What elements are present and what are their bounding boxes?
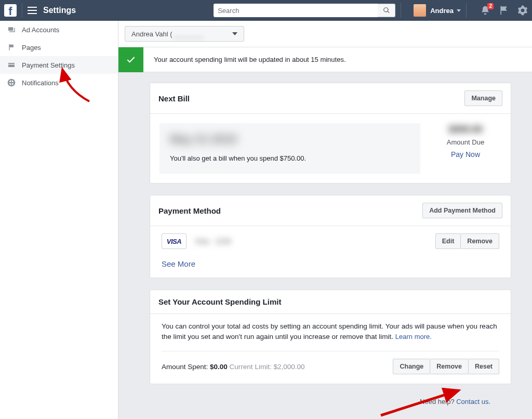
globe-icon <box>7 78 16 87</box>
divider <box>162 351 499 351</box>
payment-method-card: Payment Method Add Payment Method VISA V… <box>150 195 511 278</box>
bill-date-redacted: May 31 2019 <box>170 133 410 146</box>
account-id-redacted: ________ <box>174 30 204 38</box>
sidebar-item-label: Payment Settings <box>22 61 75 69</box>
learn-more-link[interactable]: Learn more. <box>395 333 432 341</box>
divider <box>401 3 401 18</box>
help-button[interactable] <box>499 5 509 16</box>
success-indicator <box>118 47 143 72</box>
divider <box>466 3 467 18</box>
spending-values: Amount Spent: $0.00 Current Limit: $2,00… <box>162 363 304 371</box>
sidebar-item-notifications[interactable]: Notifications <box>0 74 118 91</box>
edit-payment-button[interactable]: Edit <box>435 233 461 249</box>
sidebar-item-label: Pages <box>22 44 41 51</box>
manage-button[interactable]: Manage <box>464 90 502 106</box>
contact-us-link[interactable]: Contact us. <box>456 398 490 405</box>
gear-icon <box>517 5 528 16</box>
settings-button[interactable] <box>517 5 528 16</box>
notice-banner: Your account spending limit will be upda… <box>118 47 532 72</box>
card-title: Set Your Account Spending Limit <box>158 297 281 306</box>
search-icon <box>383 7 390 14</box>
see-more-link[interactable]: See More <box>162 259 195 268</box>
search-button[interactable] <box>378 4 395 17</box>
change-limit-button[interactable]: Change <box>393 359 430 374</box>
sidebar-item-label: Notifications <box>22 79 59 87</box>
search-box <box>214 4 395 17</box>
spending-description: You can control your total ad costs by s… <box>162 321 499 342</box>
bill-threshold-note: You'll also get a bill when you spend $7… <box>170 154 410 162</box>
add-payment-method-button[interactable]: Add Payment Method <box>422 203 502 218</box>
caret-down-icon <box>232 32 237 35</box>
check-icon <box>126 55 136 65</box>
credit-card-icon <box>7 61 16 69</box>
flag-icon <box>7 43 16 51</box>
amount-due-label: Amount Due <box>428 138 503 146</box>
card-title: Payment Method <box>158 206 221 215</box>
card-title: Next Bill <box>158 94 190 103</box>
accounts-icon <box>7 25 16 34</box>
caret-down-icon[interactable] <box>457 9 461 12</box>
notification-badge: 2 <box>487 3 494 9</box>
username[interactable]: Andrea <box>430 7 454 15</box>
remove-payment-button[interactable]: Remove <box>461 233 499 249</box>
account-bar: Andrea Vahl ( ________ <box>118 21 532 47</box>
sidebar-item-pages[interactable]: Pages <box>0 38 118 56</box>
notice-text: Your account spending limit will be upda… <box>143 56 356 63</box>
remove-limit-button[interactable]: Remove <box>430 359 469 374</box>
sidebar: Ad Accounts Pages Payment Settings Notif… <box>0 21 118 419</box>
next-bill-summary: May 31 2019 You'll also get a bill when … <box>159 123 420 174</box>
page-title: Settings <box>43 6 76 15</box>
help-line: Need help? Contact us. <box>150 396 511 405</box>
divider <box>22 3 22 18</box>
reset-limit-button[interactable]: Reset <box>469 359 499 374</box>
user-avatar[interactable] <box>414 4 426 17</box>
sidebar-item-ad-accounts[interactable]: Ad Accounts <box>0 21 118 38</box>
flag-icon <box>499 5 509 16</box>
top-nav-bar: f Settings Andrea 2 Se <box>0 0 532 21</box>
account-selector[interactable]: Andrea Vahl ( ________ <box>125 26 244 42</box>
amount-due-redacted: $999.99 <box>428 124 503 135</box>
facebook-logo[interactable]: f <box>4 4 17 17</box>
main-content: Andrea Vahl ( ________ Your account spen… <box>118 21 532 419</box>
sidebar-item-label: Ad Accounts <box>22 26 59 34</box>
account-name-prefix: Andrea Vahl ( <box>131 30 172 38</box>
next-bill-card: Next Bill Manage May 31 2019 You'll also… <box>150 83 511 184</box>
hamburger-menu-icon[interactable] <box>28 7 37 14</box>
notifications-button[interactable]: 2 <box>480 5 490 16</box>
card-number-redacted: Visa · 1234 <box>195 237 231 245</box>
pay-now-link[interactable]: Pay Now <box>428 150 503 159</box>
spending-limit-card: Set Your Account Spending Limit You can … <box>150 290 511 384</box>
visa-card-icon: VISA <box>162 233 187 249</box>
sidebar-item-payment-settings[interactable]: Payment Settings <box>0 56 118 74</box>
search-input[interactable] <box>214 4 378 17</box>
